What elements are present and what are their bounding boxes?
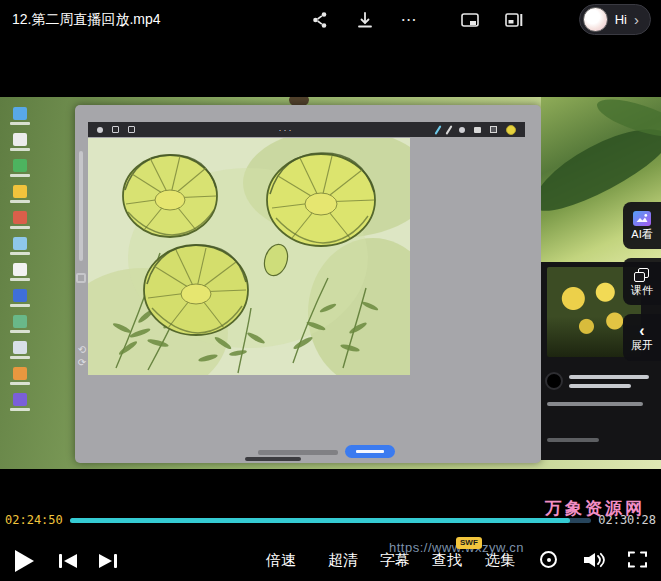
avatar bbox=[583, 7, 608, 32]
swf-badge: SWF bbox=[456, 537, 482, 549]
brush-icon bbox=[435, 125, 442, 135]
chevron-right-icon: › bbox=[634, 14, 639, 26]
eraser-icon bbox=[474, 127, 481, 133]
top-bar: 12.第二周直播回放.mp4 ⋯ bbox=[0, 0, 661, 40]
fullscreen-button[interactable] bbox=[628, 551, 647, 571]
side-button-stack: AI看 课件 ‹ 展开 bbox=[623, 202, 661, 361]
player-controls: 万象资源网 https://www.wxzyw.cn SWF 02:24:50 … bbox=[0, 469, 661, 581]
speed-button[interactable]: 倍速 bbox=[266, 551, 296, 570]
miniplayer-button[interactable] bbox=[501, 8, 527, 32]
desktop-icon bbox=[13, 159, 27, 172]
settings-ring-icon bbox=[540, 551, 557, 568]
chat-text-line bbox=[547, 438, 599, 442]
fullscreen-icon bbox=[628, 551, 647, 568]
progress-row: 02:24:50 02:30:28 bbox=[5, 513, 656, 527]
brush-size-slider bbox=[79, 151, 83, 261]
painting-canvas bbox=[88, 138, 410, 375]
buttons-row: 倍速 超清 字幕 查找 选集 bbox=[0, 543, 661, 579]
miniplayer-icon bbox=[504, 10, 524, 30]
webcam-circle bbox=[545, 372, 563, 390]
find-button[interactable]: 查找 bbox=[432, 551, 462, 570]
subtitle-button[interactable]: 字幕 bbox=[380, 551, 410, 570]
download-icon bbox=[355, 10, 375, 30]
desktop-icon bbox=[13, 211, 27, 224]
layers-icon bbox=[490, 126, 497, 133]
download-button[interactable] bbox=[352, 8, 378, 32]
desktop-icon bbox=[13, 133, 27, 146]
courseware-label: 课件 bbox=[631, 285, 653, 296]
video-player-app: 12.第二周直播回放.mp4 ⋯ bbox=[0, 0, 661, 581]
next-episode-button[interactable] bbox=[98, 553, 118, 569]
smudge-icon bbox=[459, 127, 465, 133]
share-button[interactable] bbox=[307, 8, 333, 32]
hint-text bbox=[258, 450, 338, 455]
desktop-icon bbox=[13, 237, 27, 250]
hint-action-pill bbox=[345, 445, 395, 458]
video-frame[interactable]: ··· ⟲⟳ bbox=[0, 97, 661, 469]
skip-previous-icon bbox=[58, 553, 78, 569]
pip-button[interactable] bbox=[457, 8, 483, 32]
painting-app-window: ··· ⟲⟳ bbox=[75, 105, 541, 463]
expand-label: 展开 bbox=[631, 340, 653, 351]
courseware-button[interactable]: 课件 bbox=[623, 258, 661, 305]
desktop-icon bbox=[13, 289, 27, 302]
ellipsis-icon: ⋯ bbox=[401, 15, 418, 25]
chat-text-line bbox=[547, 402, 643, 406]
progress-fill bbox=[70, 518, 571, 523]
ai-image-icon bbox=[633, 211, 651, 226]
progress-bar[interactable] bbox=[70, 518, 591, 523]
pencil-icon bbox=[446, 125, 453, 135]
desktop-icon bbox=[13, 315, 27, 328]
video-title: 12.第二周直播回放.mp4 bbox=[12, 11, 161, 29]
volume-button[interactable] bbox=[582, 551, 606, 572]
painting-toolbar: ··· bbox=[88, 122, 525, 137]
chat-text-line bbox=[569, 375, 649, 379]
expand-button[interactable]: ‹ 展开 bbox=[623, 314, 661, 361]
duration: 02:30:28 bbox=[598, 513, 656, 527]
wrench-icon bbox=[97, 127, 103, 133]
desktop-icon bbox=[13, 393, 27, 406]
playlist-button[interactable]: 选集 bbox=[485, 551, 515, 570]
desktop-icon bbox=[13, 263, 27, 276]
selection-icon bbox=[128, 126, 135, 133]
share-icon bbox=[310, 10, 330, 30]
current-time: 02:24:50 bbox=[5, 513, 63, 527]
more-button[interactable]: ⋯ bbox=[396, 8, 422, 32]
play-icon bbox=[15, 550, 34, 572]
picture-in-picture-icon bbox=[460, 10, 480, 30]
chevron-left-icon: ‹ bbox=[639, 325, 644, 337]
quality-button[interactable]: 超清 bbox=[328, 551, 358, 570]
courseware-icon bbox=[634, 268, 650, 282]
toolbar-dots-icon: ··· bbox=[144, 126, 428, 134]
color-swatch-icon bbox=[506, 125, 516, 135]
modify-button-icon bbox=[76, 273, 86, 283]
desktop-icon bbox=[13, 185, 27, 198]
adjustments-icon bbox=[112, 126, 119, 133]
home-indicator bbox=[245, 457, 301, 461]
chat-text-line bbox=[569, 384, 631, 388]
undo-redo-icons: ⟲⟳ bbox=[76, 343, 88, 369]
volume-icon bbox=[582, 551, 606, 569]
previous-episode-button[interactable] bbox=[58, 553, 78, 569]
desktop-icon bbox=[13, 341, 27, 354]
user-greeting: Hi bbox=[615, 12, 627, 27]
play-button[interactable] bbox=[15, 550, 34, 572]
user-menu[interactable]: Hi › bbox=[579, 4, 651, 35]
desktop-icon bbox=[13, 107, 27, 120]
ai-view-button[interactable]: AI看 bbox=[623, 202, 661, 249]
desktop-icon bbox=[13, 367, 27, 380]
ai-view-label: AI看 bbox=[631, 229, 652, 240]
skip-next-icon bbox=[98, 553, 118, 569]
desktop-icons-column bbox=[5, 107, 35, 419]
settings-button[interactable] bbox=[540, 551, 557, 568]
